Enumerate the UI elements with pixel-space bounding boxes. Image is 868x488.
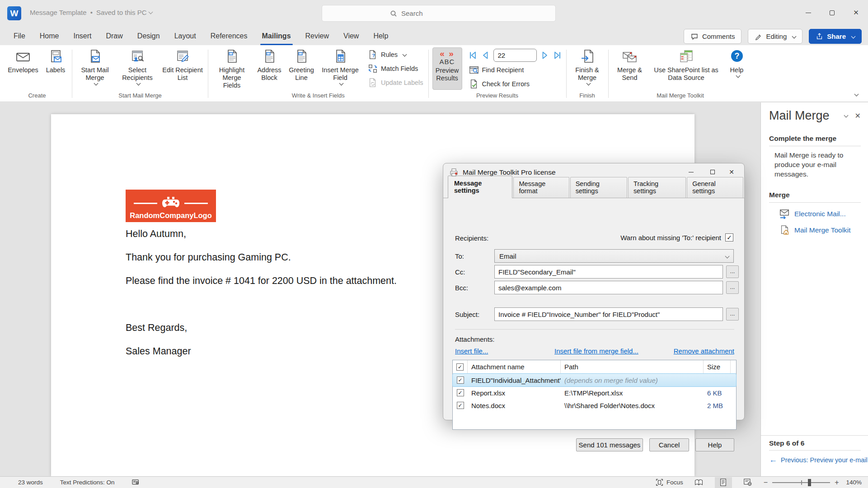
check-for-errors-button[interactable]: Check for Errors	[466, 77, 564, 91]
comments-icon	[690, 33, 699, 41]
zoom-track[interactable]	[772, 482, 830, 483]
search-input[interactable]	[401, 9, 519, 17]
pane-options-button[interactable]	[842, 112, 848, 120]
bcc-input[interactable]	[494, 281, 723, 294]
status-bar: 23 words Text Predictions: On Focus − + …	[0, 476, 868, 488]
previous-record-button[interactable]	[481, 51, 490, 60]
row-checkbox-cell[interactable]: ✓	[453, 389, 468, 396]
checkbox[interactable]: ✓	[456, 363, 464, 371]
tab-design[interactable]: Design	[130, 27, 167, 45]
search-box[interactable]	[322, 5, 556, 22]
tab-mailings[interactable]: Mailings	[255, 27, 298, 45]
warn-missing-to-checkbox[interactable]: ✓	[725, 233, 733, 242]
text-predictions-icon[interactable]	[132, 479, 140, 486]
row-checkbox-cell[interactable]: ✓	[453, 402, 468, 409]
saved-status[interactable]: Saved to this PC	[96, 9, 152, 16]
find-recipient-button[interactable]: Find Recipient	[466, 63, 564, 77]
tab-draw[interactable]: Draw	[99, 27, 130, 45]
web-layout-button[interactable]	[739, 477, 756, 488]
last-record-button[interactable]	[553, 51, 562, 60]
bcc-browse-button[interactable]: ...	[726, 281, 739, 294]
tab-help[interactable]: Help	[366, 27, 395, 45]
tab-layout[interactable]: Layout	[167, 27, 203, 45]
zoom-level[interactable]: 140%	[846, 479, 862, 486]
preview-results-button[interactable]: « » ABC Preview Results	[432, 47, 462, 90]
word-count[interactable]: 23 words	[18, 479, 43, 486]
update-labels-button[interactable]: Update Labels	[365, 75, 426, 89]
print-layout-button[interactable]	[715, 477, 732, 488]
labels-button[interactable]: Labels	[43, 47, 68, 76]
attachment-row[interactable]: ✓Report.xlsxE:\TMP\Report.xlsx6 KB	[453, 386, 736, 399]
subject-input[interactable]	[494, 307, 723, 321]
cancel-button[interactable]: Cancel	[649, 438, 689, 451]
comments-button[interactable]: Comments	[684, 29, 742, 44]
checkbox[interactable]: ✓	[457, 402, 464, 409]
checkbox[interactable]: ✓	[457, 389, 464, 396]
greeting-line-button[interactable]: Greeting Line	[287, 47, 316, 84]
tab-references[interactable]: References	[203, 27, 255, 45]
match-fields-button[interactable]: Match Fields	[365, 61, 426, 75]
insert-file-link[interactable]: Insert file...	[455, 347, 488, 355]
rules-button[interactable]: ? Rules	[365, 47, 426, 61]
next-record-button[interactable]	[540, 51, 549, 60]
focus-mode-button[interactable]: Focus	[656, 479, 683, 486]
attachments-table[interactable]: ✓Attachment namePathSize✓FIELD"Individua…	[452, 360, 737, 430]
dialog-title-bar[interactable]: Mail Merge Toolkit Pro license ✕	[443, 163, 744, 181]
highlight-merge-fields-button[interactable]: Highlight Merge Fields	[212, 47, 252, 91]
previous-step-link[interactable]: ← Previous: Preview your e-mail m	[769, 455, 868, 465]
attachment-row[interactable]: ✓Notes.docx\\hr\Shared Folder\Notes.docx…	[453, 399, 736, 412]
zoom-thumb[interactable]	[808, 479, 811, 486]
dialog-maximize-button[interactable]	[703, 163, 723, 181]
row-checkbox-cell[interactable]: ✓	[453, 376, 468, 384]
remove-attachment-link[interactable]: Remove attachment	[674, 347, 734, 355]
tab-insert[interactable]: Insert	[66, 27, 99, 45]
finish-merge-button[interactable]: Finish & Merge	[570, 47, 605, 87]
text-predictions-status[interactable]: Text Predictions: On	[60, 479, 115, 486]
attachment-row[interactable]: ✓FIELD"Individual_Attachment"(depends on…	[453, 374, 736, 386]
dialog-close-button[interactable]: ✕	[722, 163, 741, 181]
send-messages-button[interactable]: Send 101 messages	[576, 438, 643, 451]
first-record-button[interactable]	[468, 51, 478, 60]
share-button[interactable]: Share	[809, 29, 862, 44]
subject-browse-button[interactable]: ...	[726, 308, 739, 321]
mail-merge-toolkit-link[interactable]: Mail Merge Toolkit	[779, 225, 868, 235]
insert-from-merge-field-link[interactable]: Insert file from merge field...	[554, 347, 638, 355]
sharepoint-list-button[interactable]: Use SharePoint list as Data Source	[650, 47, 723, 84]
record-number-input[interactable]	[493, 49, 537, 62]
help-button[interactable]: Help	[695, 438, 734, 451]
select-recipients-button[interactable]: Select Recipients	[117, 47, 158, 87]
sharepoint-list-label: Use SharePoint list as Data Source	[652, 66, 721, 82]
tab-view[interactable]: View	[336, 27, 366, 45]
read-mode-button[interactable]	[690, 477, 708, 488]
tab-file[interactable]: File	[6, 27, 33, 45]
merge-and-send-button[interactable]: Merge & Send	[612, 47, 647, 84]
electronic-mail-link[interactable]: Electronic Mail...	[779, 209, 868, 219]
word-app-icon[interactable]: W	[7, 6, 21, 20]
envelopes-button[interactable]: Envelopes	[6, 47, 40, 76]
minimize-button[interactable]	[796, 0, 820, 25]
attachments-table-header[interactable]: ✓Attachment namePathSize	[453, 360, 736, 374]
insert-merge-field-button[interactable]: Insert Merge Field	[319, 47, 362, 87]
tab-review[interactable]: Review	[298, 27, 336, 45]
cc-browse-button[interactable]: ...	[726, 265, 739, 278]
collapse-ribbon-button[interactable]	[853, 91, 858, 99]
dialog-minimize-button[interactable]	[681, 163, 701, 181]
tab-home[interactable]: Home	[33, 27, 66, 45]
address-block-button[interactable]: Address Block	[254, 47, 284, 84]
zoom-out-button[interactable]: −	[764, 479, 768, 487]
toolkit-help-button[interactable]: ? Help	[725, 47, 749, 79]
pane-close-button[interactable]: ✕	[855, 112, 861, 120]
edit-recipient-list-button[interactable]: Edit Recipient List	[161, 47, 204, 84]
zoom-slider[interactable]: − +	[764, 479, 839, 487]
to-dropdown[interactable]: Email	[494, 249, 734, 263]
start-mail-merge-button[interactable]: Start Mail Merge	[76, 47, 114, 87]
group-separator	[72, 50, 72, 98]
checkbox[interactable]: ✓	[457, 376, 464, 384]
zoom-in-button[interactable]: +	[835, 479, 839, 487]
editing-button[interactable]: Editing	[748, 29, 802, 44]
close-button[interactable]: ✕	[844, 0, 868, 25]
maximize-button[interactable]	[820, 0, 844, 25]
company-logo[interactable]: RandomCompanyLogo	[126, 190, 216, 222]
cc-input[interactable]	[494, 265, 723, 279]
header-checkbox-cell[interactable]: ✓	[453, 360, 468, 373]
